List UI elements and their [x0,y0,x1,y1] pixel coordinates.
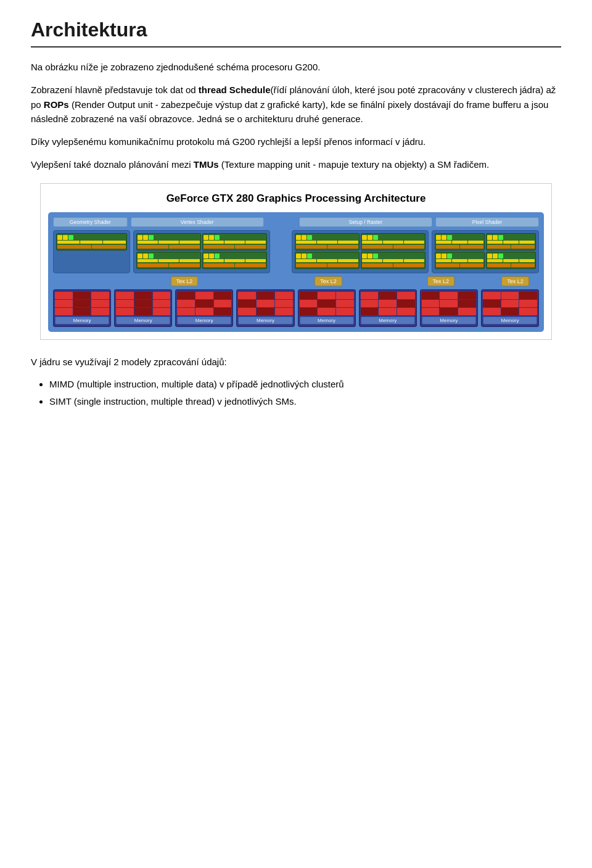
memory-label: Memory [300,316,354,324]
mem-block-1: Memory [53,289,111,327]
setup-col [292,230,429,273]
gpu-diagram-wrapper: GeForce GTX 280 Graphics Processing Arch… [31,183,561,340]
tex-badge: Tex L2 [314,276,342,286]
rop-grid [300,292,354,315]
sm-unit [56,233,127,250]
p2-start: Zobrazení hlavně představuje tok dat od [31,85,199,95]
sm-row [435,252,536,269]
rop-cell [116,300,134,307]
rop-cell [440,292,458,299]
rop-cell [422,300,440,307]
rop-cell [336,308,354,315]
rop-cell [177,308,195,315]
p2-bold2: ROPs [44,99,69,110]
memory-label: Memory [177,316,231,324]
pixel-label: Pixel Shader [435,217,539,227]
rop-grid [361,292,415,315]
rop-cell [134,292,152,299]
sm-row [295,252,426,269]
rop-cell [214,308,232,315]
rop-cell [214,292,232,299]
sm-unit [361,233,426,250]
rop-grid [238,292,292,315]
geom-label: Geometry Shader [53,217,128,227]
sm-unit [486,233,536,250]
sm-unit [202,233,267,250]
memory-label: Memory [422,316,476,324]
rop-cell [153,300,171,307]
shader-row-1 [53,230,539,273]
main-content: Na obrázku níže je zobrazeno zjednodušen… [31,60,561,409]
sm-unit [136,252,201,269]
sm-unit [136,233,201,250]
mem-block-6: Memory [359,289,417,327]
p2-end: (Render Output unit - zabezpečuje výstup… [31,99,548,124]
sm-row [435,233,536,250]
top-label-row: Geometry Shader Vertex Shader Setup / Ra… [53,217,539,227]
rop-cell [440,308,458,315]
rop-cell [300,300,318,307]
rop-cell [379,292,397,299]
tex-unit-3: Tex L2 [266,276,390,286]
rop-cell [195,300,213,307]
rop-cell [483,308,501,315]
mem-row: Memory [53,289,539,327]
rop-cell [300,292,318,299]
rop-cell [397,308,415,315]
rop-cell [458,300,476,307]
rop-cell [91,308,109,315]
paragraph-4: Vylepšení také doznalo plánování mezi TM… [31,157,561,172]
rop-cell [379,308,397,315]
rop-cell [55,308,73,315]
rop-cell [422,292,440,299]
rop-cell [501,292,519,299]
rop-cell [257,300,274,307]
gpu-architecture: Geometry Shader Vertex Shader Setup / Ra… [48,212,544,332]
sm-unit [435,252,485,269]
mem-block-4: Memory [236,289,294,327]
p2-bold1: thread Schedule [199,85,271,95]
rop-grid [483,292,537,315]
rop-cell [134,308,152,315]
memory-label: Memory [116,316,170,324]
rop-cell [361,300,379,307]
rop-cell [501,300,519,307]
rop-cell [91,300,109,307]
bullet-list: MIMD (multiple instruction, multiple dat… [49,378,561,409]
rop-cell [238,292,256,299]
rop-cell [153,292,171,299]
rop-cell [397,292,415,299]
tex-row: Tex L2 Tex L2 Tex L2 Tex L2 Tex L2 [53,276,539,286]
rop-cell [458,292,476,299]
sm-row [295,233,426,250]
memory-label: Memory [483,316,537,324]
rop-cell [177,300,195,307]
rop-cell [379,300,397,307]
rop-cell [318,292,335,299]
bullet-1: MIMD (multiple instruction, multiple dat… [49,378,561,392]
rop-cell [195,292,213,299]
mem-block-5: Memory [298,289,356,327]
page-title: Architektura [31,19,561,48]
tex-unit-5: Tex L2 [491,276,539,286]
tex-unit-4: Tex L2 [393,276,488,286]
rop-cell [318,300,335,307]
p4-end: (Texture mapping unit - mapuje textury n… [219,159,490,170]
geom-col [53,230,130,273]
sm-unit [295,233,360,250]
rop-cell [318,308,335,315]
gpu-diagram: GeForce GTX 280 Graphics Processing Arch… [40,183,552,340]
paragraph-3: Díky vylepšenému komunikačnímu protokolu… [31,134,561,149]
paragraph-1: Na obrázku níže je zobrazeno zjednodušen… [31,60,561,74]
rop-cell [361,308,379,315]
rop-cell [440,300,458,307]
mem-block-2: Memory [114,289,172,327]
rop-grid [422,292,476,315]
tex-badge: Tex L2 [171,276,199,286]
tex-badge: Tex L2 [427,276,455,286]
rop-cell [195,308,213,315]
rop-cell [153,308,171,315]
mem-block-8: Memory [481,289,539,327]
rop-cell [361,292,379,299]
tex-badge: Tex L2 [501,276,529,286]
